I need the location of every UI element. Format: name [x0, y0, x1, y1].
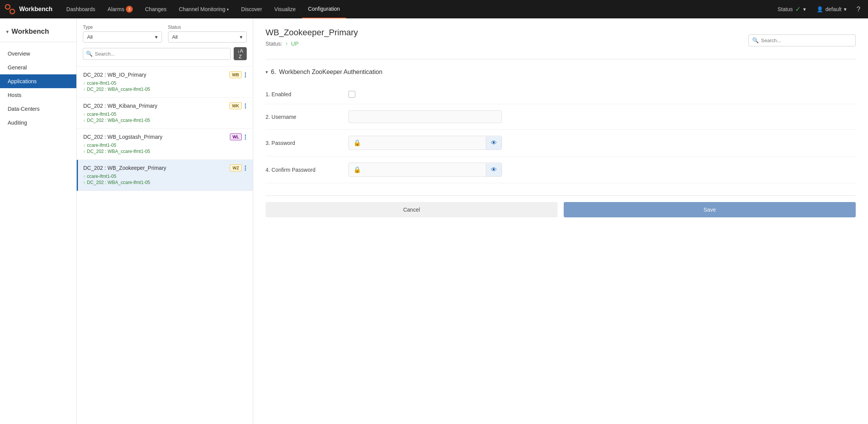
- channel-monitoring-chevron: ▾: [227, 7, 229, 12]
- up-arrow-icon: ↑: [83, 149, 86, 154]
- nav-logo-text: Workbench: [19, 6, 53, 13]
- main-container: ▾ Workbench Overview General Application…: [0, 18, 868, 424]
- up-arrow-icon: ↑: [83, 87, 86, 92]
- nav-item-dashboards[interactable]: Dashboards: [60, 0, 102, 18]
- list-item-title: DC_202 : WB_IO_Primary: [83, 72, 146, 78]
- save-button[interactable]: Save: [564, 202, 856, 217]
- list-item-badge: WZ: [230, 164, 242, 171]
- up-arrow-icon: ↑: [83, 174, 86, 179]
- field-control-confirm-password: 🔒 👁: [348, 163, 856, 177]
- list-item-selected[interactable]: DC_202 : WB_Zookeeper_Primary WZ ↑ ccare…: [77, 160, 253, 191]
- nav-item-discover[interactable]: Discover: [235, 0, 268, 18]
- list-item-sub2: ↑ DC_202 : WBA_ccare-lfmt1-05: [83, 87, 248, 92]
- list-item-header: DC_202 : WB_IO_Primary WB: [83, 71, 248, 78]
- field-control-username: [348, 110, 856, 123]
- sidebar-item-overview[interactable]: Overview: [0, 47, 76, 61]
- detail-status: Status: ↑ UP: [266, 41, 358, 47]
- field-control-enabled: [348, 91, 856, 98]
- field-username: 2. Username: [266, 104, 856, 130]
- sort-button[interactable]: ↓AZ: [234, 47, 247, 60]
- list-item[interactable]: DC_202 : WB_IO_Primary WB ↑ ccare-lfmt1-…: [77, 67, 253, 98]
- field-password: 3. Password 🔒 👁: [266, 130, 856, 156]
- field-label-confirm-password: 4. Confirm Password: [266, 167, 342, 173]
- section-header[interactable]: ▾ 6. Workbench ZooKeeper Authentication: [266, 69, 856, 76]
- nav-item-configuration[interactable]: Configuration: [302, 0, 346, 18]
- list-item-actions: WZ: [230, 164, 248, 171]
- list-item-sub1: ↑ ccare-lfmt1-05: [83, 143, 248, 148]
- detail-panel: WB_Zookeeper_Primary Status: ↑ UP 🔍 ▾ 6.…: [253, 18, 868, 424]
- list-item-sub1: ↑ ccare-lfmt1-05: [83, 174, 248, 179]
- user-chevron-icon: ▾: [844, 6, 847, 12]
- list-item-actions: WK: [229, 102, 248, 109]
- list-item-title: DC_202 : WB_Logstash_Primary: [83, 134, 162, 140]
- status-filter-select[interactable]: All ▾: [168, 31, 247, 43]
- sidebar-item-applications[interactable]: Applications: [0, 74, 76, 88]
- status-badge[interactable]: Status ✓ ▾: [774, 5, 810, 13]
- nav-item-visualize[interactable]: Visualize: [268, 0, 302, 18]
- sidebar-item-datacenters[interactable]: Data-Centers: [0, 102, 76, 116]
- user-badge[interactable]: 👤 default ▾: [813, 6, 850, 12]
- sort-icon: ↓AZ: [237, 48, 243, 59]
- list-item-sub2: ↑ DC_202 : WBA_ccare-lfmt1-05: [83, 118, 248, 123]
- sidebar-item-hosts[interactable]: Hosts: [0, 88, 76, 102]
- actions-row: Cancel Save: [266, 196, 856, 217]
- list-item[interactable]: DC_202 : WB_Kibana_Primary WK ↑ ccare-lf…: [77, 98, 253, 129]
- nav-item-changes[interactable]: Changes: [139, 0, 173, 18]
- section-chevron-icon: ▾: [266, 69, 268, 75]
- status-dot-icon: ✓: [795, 5, 801, 13]
- item-menu-button[interactable]: [243, 134, 248, 140]
- up-arrow-icon: ↑: [83, 81, 86, 85]
- enabled-checkbox[interactable]: [348, 91, 355, 98]
- detail-title-block: WB_Zookeeper_Primary Status: ↑ UP: [266, 28, 358, 53]
- list-item-actions: WB: [229, 71, 248, 78]
- svg-point-0: [5, 5, 10, 9]
- item-menu-button[interactable]: [243, 103, 248, 109]
- list-item-title: DC_202 : WB_Zookeeper_Primary: [83, 165, 166, 171]
- sidebar-item-auditing[interactable]: Auditing: [0, 116, 76, 130]
- sidebar-header: ▾ Workbench: [0, 25, 76, 42]
- filter-row: Type All ▾ Status All ▾: [83, 25, 247, 43]
- list-item-sub1: ↑ ccare-lfmt1-05: [83, 112, 248, 117]
- item-menu-button[interactable]: [243, 72, 248, 78]
- list-item-sub1: ↑ ccare-lfmt1-05: [83, 81, 248, 86]
- type-chevron-icon: ▾: [155, 34, 158, 40]
- nav-logo[interactable]: Workbench: [5, 4, 53, 15]
- type-filter-select[interactable]: All ▾: [83, 31, 162, 43]
- username-input[interactable]: [348, 110, 502, 123]
- list-search-icon: 🔍: [86, 51, 92, 57]
- section-number: 6.: [271, 69, 276, 76]
- list-item-badge: WK: [229, 102, 242, 109]
- password-eye-button[interactable]: 👁: [486, 136, 502, 150]
- nav-item-channel-monitoring[interactable]: Channel Monitoring ▾: [173, 0, 235, 18]
- sidebar-collapse-icon[interactable]: ▾: [6, 29, 8, 35]
- svg-point-1: [10, 9, 15, 14]
- list-filters: Type All ▾ Status All ▾ 🔍: [77, 18, 253, 67]
- item-menu-button[interactable]: [243, 165, 248, 171]
- confirm-password-field: 🔒 👁: [348, 163, 502, 177]
- list-item-header: DC_202 : WB_Zookeeper_Primary WZ: [83, 164, 248, 171]
- confirm-password-eye-button[interactable]: 👁: [486, 163, 502, 176]
- sidebar: ▾ Workbench Overview General Application…: [0, 18, 77, 424]
- type-filter-label: Type: [83, 25, 162, 30]
- type-filter-group: Type All ▾: [83, 25, 162, 43]
- user-icon: 👤: [817, 6, 823, 12]
- detail-title: WB_Zookeeper_Primary: [266, 28, 358, 38]
- detail-status-value: UP: [291, 41, 299, 47]
- section-title: Workbench ZooKeeper Authentication: [279, 69, 382, 76]
- field-enabled: 1. Enabled: [266, 85, 856, 104]
- search-row: 🔍 ↓AZ: [83, 47, 247, 60]
- list-item-header: DC_202 : WB_Kibana_Primary WK: [83, 102, 248, 109]
- list-item[interactable]: DC_202 : WB_Logstash_Primary WL ↑ ccare-…: [77, 129, 253, 160]
- help-button[interactable]: ?: [853, 5, 863, 13]
- field-label-username: 2. Username: [266, 114, 342, 120]
- list-item-sub2: ↑ DC_202 : WBA_ccare-lfmt1-05: [83, 180, 248, 185]
- list-item-sub2: ↑ DC_202 : WBA_ccare-lfmt1-05: [83, 149, 248, 154]
- list-items: DC_202 : WB_IO_Primary WB ↑ ccare-lfmt1-…: [77, 67, 253, 424]
- nav-item-alarms[interactable]: Alarms 3: [101, 0, 139, 18]
- sidebar-item-general[interactable]: General: [0, 61, 76, 74]
- list-search-input[interactable]: [83, 48, 231, 60]
- detail-header-row: WB_Zookeeper_Primary Status: ↑ UP 🔍: [266, 28, 856, 59]
- detail-search-input[interactable]: [748, 35, 856, 46]
- status-filter-label: Status: [168, 25, 247, 30]
- cancel-button[interactable]: Cancel: [266, 202, 558, 217]
